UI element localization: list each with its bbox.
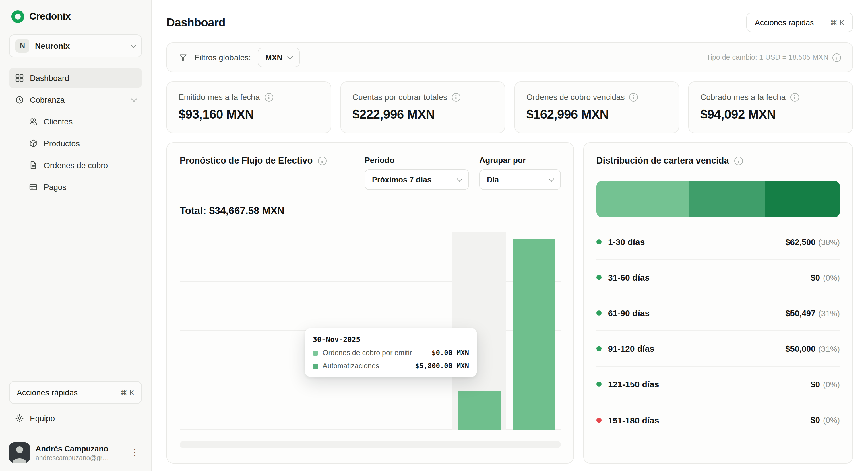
kebab-menu-icon[interactable]: ⋮ xyxy=(128,448,142,457)
sidebar-item-cobranza[interactable]: Cobranza xyxy=(9,90,142,110)
sidebar-item-label: Pagos xyxy=(43,182,66,192)
sidebar-item-label: Cobranza xyxy=(30,95,65,104)
forecast-bar xyxy=(458,392,500,430)
forecast-chart-column[interactable] xyxy=(234,232,289,430)
sidebar-item-label: Clientes xyxy=(43,117,73,126)
page-header: Dashboard Acciones rápidas ⌘ K xyxy=(166,12,853,32)
period-select[interactable]: Próximos 7 días xyxy=(365,169,469,190)
aging-row-121-150[interactable]: 121-150 días $0 (0%) xyxy=(596,367,840,402)
credonix-logo-icon xyxy=(11,10,24,23)
document-icon xyxy=(29,161,38,170)
gear-icon xyxy=(15,414,24,423)
chart-scrollbar[interactable] xyxy=(180,441,561,448)
currency-select[interactable]: MXN xyxy=(258,47,300,67)
workspace-avatar: N xyxy=(16,39,29,53)
quick-actions-label: Acciones rápidas xyxy=(755,18,814,27)
sidebar-item-productos[interactable]: Productos xyxy=(9,133,142,154)
bucket-dot xyxy=(596,417,601,423)
bucket-dot xyxy=(596,381,601,387)
series-swatch xyxy=(313,363,318,369)
info-icon[interactable] xyxy=(734,156,743,165)
aging-row-1-30[interactable]: 1-30 días $62,500 (38%) xyxy=(596,224,840,260)
stat-card-ordenes-vencidas: Ordenes de cobro vencidas $162,996 MXN xyxy=(515,81,679,133)
aging-row-31-60[interactable]: 31-60 días $0 (0%) xyxy=(596,260,840,296)
chart-tooltip: 30-Nov-2025 Ordenes de cobro por emitir … xyxy=(305,328,477,377)
sidebar-item-ordenes-de-cobro[interactable]: Ordenes de cobro xyxy=(9,155,142,175)
info-icon[interactable] xyxy=(790,93,799,101)
box-icon xyxy=(29,139,38,148)
sidebar-bottom: Acciones rápidas ⌘ K Equipo Andrés Campu… xyxy=(9,381,142,463)
bucket-dot xyxy=(596,310,601,315)
quick-actions-button[interactable]: Acciones rápidas ⌘ K xyxy=(9,381,142,404)
info-icon[interactable] xyxy=(265,93,273,101)
stat-value: $93,160 MXN xyxy=(179,107,319,122)
stat-value: $94,092 MXN xyxy=(701,107,841,122)
stat-label: Cobrado mes a la fecha xyxy=(701,92,786,102)
aging-row-91-120[interactable]: 91-120 días $50,000 (31%) xyxy=(596,331,840,367)
stat-label: Ordenes de cobro vencidas xyxy=(526,92,625,102)
aging-row-151-180[interactable]: 151-180 días $0 (0%) xyxy=(596,402,840,438)
bucket-dot xyxy=(596,239,601,244)
chevron-down-icon xyxy=(457,175,462,181)
tooltip-series-value: $0.00 MXN xyxy=(432,349,469,357)
bucket-value: $0 xyxy=(811,379,820,389)
bucket-percent: (0%) xyxy=(823,379,840,389)
exchange-rate-text: Tipo de cambio: 1 USD = 18.505 MXN xyxy=(706,53,828,61)
sidebar-item-clientes[interactable]: Clientes xyxy=(9,111,142,132)
bucket-value: $50,497 xyxy=(785,308,815,317)
filters-label: Filtros globales: xyxy=(195,53,251,62)
stat-value: $162,996 MXN xyxy=(526,107,667,122)
group-by-value: Día xyxy=(487,175,499,184)
cash-flow-forecast-card: Pronóstico de Flujo de Efectivo Periodo … xyxy=(166,142,574,464)
bucket-value: $0 xyxy=(811,415,820,425)
bucket-label: 151-180 días xyxy=(608,415,811,425)
bucket-label: 61-90 días xyxy=(608,308,785,318)
forecast-chart-column[interactable] xyxy=(180,232,234,430)
stat-card-emitido: Emitido mes a la fecha $93,160 MXN xyxy=(166,81,331,133)
user-email: andrescampuzano@gru... xyxy=(36,454,112,461)
bucket-percent: (0%) xyxy=(823,273,840,282)
info-icon[interactable] xyxy=(832,53,841,62)
sidebar-item-pagos[interactable]: Pagos xyxy=(9,177,142,197)
sidebar-nav: Dashboard Cobranza Clientes Productos Or… xyxy=(9,68,142,197)
aging-title: Distribución de cartera vencida xyxy=(596,156,729,166)
exchange-rate: Tipo de cambio: 1 USD = 18.505 MXN xyxy=(706,53,841,62)
sidebar-item-dashboard[interactable]: Dashboard xyxy=(9,68,142,88)
tooltip-series-label: Automatizaciones xyxy=(322,362,410,370)
quick-actions-label: Acciones rápidas xyxy=(17,388,78,397)
info-icon[interactable] xyxy=(452,93,460,101)
bucket-percent: (0%) xyxy=(823,415,840,425)
forecast-bar xyxy=(513,239,555,430)
user-profile[interactable]: Andrés Campuzano andrescampuzano@gru... … xyxy=(9,435,142,463)
chevron-down-icon xyxy=(131,96,137,102)
sidebar-item-label: Equipo xyxy=(30,414,55,423)
bucket-label: 1-30 días xyxy=(608,237,785,247)
dashboard-icon xyxy=(15,73,24,82)
info-icon[interactable] xyxy=(629,93,638,101)
quick-actions-button-top[interactable]: Acciones rápidas ⌘ K xyxy=(746,12,853,32)
chevron-down-icon xyxy=(287,53,293,59)
bucket-label: 121-150 días xyxy=(608,379,811,389)
stat-card-cobrado: Cobrado mes a la fecha $94,092 MXN xyxy=(688,81,853,133)
bucket-value: $50,000 xyxy=(785,344,815,353)
period-value: Próximos 7 días xyxy=(372,175,431,184)
credit-card-icon xyxy=(29,182,38,192)
sidebar-item-equipo[interactable]: Equipo xyxy=(9,407,142,429)
stat-value: $222,996 MXN xyxy=(352,107,493,122)
app: Credonix N Neuronix Dashboard Cobranza C… xyxy=(0,0,868,471)
aging-segment xyxy=(764,181,840,217)
aging-row-61-90[interactable]: 61-90 días $50,497 (31%) xyxy=(596,296,840,331)
users-icon xyxy=(29,117,38,126)
stat-cards: Emitido mes a la fecha $93,160 MXN Cuent… xyxy=(166,81,853,133)
forecast-title: Pronóstico de Flujo de Efectivo xyxy=(180,156,313,166)
group-by-select[interactable]: Día xyxy=(479,169,561,190)
sidebar: Credonix N Neuronix Dashboard Cobranza C… xyxy=(0,0,152,471)
workspace-selector[interactable]: N Neuronix xyxy=(9,34,142,57)
forecast-total: Total: $34,667.58 MXN xyxy=(180,205,561,217)
info-icon[interactable] xyxy=(318,156,327,165)
series-swatch xyxy=(313,350,318,356)
stat-label: Emitido mes a la fecha xyxy=(179,92,260,102)
forecast-chart-column[interactable] xyxy=(506,232,561,430)
sidebar-item-label: Dashboard xyxy=(30,73,69,82)
keyboard-shortcut: ⌘ K xyxy=(120,388,134,397)
